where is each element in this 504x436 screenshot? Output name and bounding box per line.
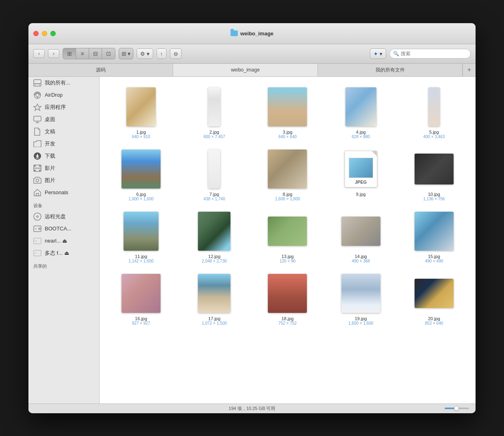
file-item[interactable]: 16.jpg 927 × 927 <box>106 270 176 329</box>
file-item[interactable]: 3.jpg 640 × 640 <box>252 83 322 142</box>
file-size: 853 × 640 <box>425 321 443 325</box>
sidebar-item-downloads[interactable]: 下载 <box>28 150 99 162</box>
file-size: 600 × 7,457 <box>204 134 225 139</box>
tag-button[interactable]: ⊖ <box>170 48 182 59</box>
slider-thumb[interactable] <box>454 406 459 411</box>
sidebar-item-pictures[interactable]: 图片 <box>28 174 99 187</box>
svg-marker-25 <box>34 189 41 196</box>
sidebar-item-my-all[interactable]: 我的所有... <box>28 77 99 89</box>
search-input[interactable] <box>401 51 467 56</box>
file-item[interactable]: 20.jpg 853 × 640 <box>399 270 469 329</box>
file-name: 4.jpg <box>356 130 366 134</box>
action-button[interactable]: ⚙▾ <box>137 48 153 59</box>
apps-icon <box>33 103 41 111</box>
thumbnail-container <box>188 273 241 314</box>
thumbnail-container <box>188 211 241 252</box>
doc-icon <box>33 128 41 136</box>
file-name: 7.jpg <box>209 192 219 197</box>
sidebar-item-development[interactable]: 开发 <box>28 138 99 150</box>
breadcrumb-tab-source[interactable]: 源码 <box>28 64 173 76</box>
file-item[interactable]: 12.jpg 2,048 × 2,730 <box>179 208 249 267</box>
file-item[interactable]: 6.jpg 1,600 × 1,600 <box>106 145 176 204</box>
file-item[interactable]: 4.jpg 628 × 880 <box>326 83 396 142</box>
hdd3-icon <box>33 237 41 245</box>
jpeg-file-icon: JPEG <box>345 151 377 187</box>
main-content: 我的所有... AirDrop <box>28 77 476 403</box>
file-item[interactable]: 8.jpg 1,600 × 1,600 <box>252 145 322 204</box>
sidebar-item-airdrop[interactable]: AirDrop <box>28 89 99 101</box>
file-item[interactable]: 15.jpg 490 × 490 <box>399 208 469 267</box>
sidebar-label: 开发 <box>45 140 55 148</box>
file-item[interactable]: 13.jpg 120 × 90 <box>252 208 322 267</box>
file-item[interactable]: 10.jpg 1,136 × 756 <box>399 145 469 204</box>
thumbnail-container <box>115 87 167 127</box>
file-item[interactable]: 2.jpg 600 × 7,457 <box>179 83 249 142</box>
svg-rect-1 <box>34 84 41 86</box>
svg-point-24 <box>36 179 39 182</box>
sidebar-item-desktop[interactable]: 桌面 <box>28 113 99 126</box>
breadcrumb-tab-current[interactable]: weibo_image <box>173 64 318 76</box>
hdd-icon <box>33 79 41 87</box>
hdd4-icon <box>33 249 41 257</box>
view-icon-button[interactable]: ⊞ <box>63 48 76 59</box>
forward-button[interactable]: › <box>48 49 59 58</box>
close-button[interactable] <box>33 31 39 36</box>
file-item[interactable]: 7.jpg 438 × 1,740 <box>179 145 249 204</box>
zoom-slider[interactable] <box>445 408 469 409</box>
sidebar-item-documents[interactable]: 文稿 <box>28 126 99 138</box>
file-size: 120 × 90 <box>280 259 295 263</box>
sidebar-item-applications[interactable]: 应用程序 <box>28 101 99 113</box>
sidebar: 我的所有... AirDrop <box>28 77 100 403</box>
file-item[interactable]: 11.jpg 1,142 × 1,600 <box>106 208 176 267</box>
back-button[interactable]: ‹ <box>33 49 45 58</box>
dropbox-button[interactable]: ✦▾ <box>370 48 386 59</box>
file-item[interactable]: JPEG 9.jpg <box>326 145 396 204</box>
file-item[interactable]: 17.jpg 1,072 × 1,500 <box>179 270 249 329</box>
sidebar-label: 图片 <box>45 177 55 184</box>
thumbnail-container <box>335 211 387 252</box>
sidebar-item-bootcamp[interactable]: BOOTCA... <box>28 223 99 235</box>
file-item[interactable]: 14.jpg 490 × 368 <box>326 208 396 267</box>
view-list-button[interactable]: ≡ <box>76 48 89 59</box>
view-column-button[interactable]: ⊟ <box>89 48 102 59</box>
thumbnail-container <box>261 87 314 127</box>
svg-point-27 <box>34 213 41 220</box>
minimize-button[interactable] <box>42 31 47 36</box>
slider-fill <box>445 408 454 409</box>
file-item[interactable]: 5.jpg 400 × 3,463 <box>399 83 469 142</box>
file-name: 6.jpg <box>136 192 146 197</box>
sidebar-label: 远程光盘 <box>45 213 66 220</box>
sidebar-item-personals[interactable]: Personals <box>28 187 99 199</box>
sidebar-item-movies[interactable]: 影片 <box>28 162 99 174</box>
breadcrumb-tab-all[interactable]: 我的所有文件 <box>318 64 463 76</box>
svg-rect-34 <box>34 250 41 256</box>
shared-section-title: 共享的 <box>28 259 99 271</box>
sidebar-item-nearlock[interactable]: nearl... ⏏ <box>28 235 99 247</box>
file-size: 1,600 × 1,600 <box>275 197 300 201</box>
view-cover-button[interactable]: ⊡ <box>102 48 115 59</box>
statusbar: 194 项，10.25 GB 可用 <box>28 403 476 413</box>
maximize-button[interactable] <box>50 31 56 36</box>
file-name: 9.jpg <box>356 192 366 197</box>
file-item[interactable]: 19.jpg 1,600 × 1,600 <box>326 270 396 329</box>
camera-icon <box>33 176 41 184</box>
optical-disk-icon <box>33 213 41 221</box>
file-name: 19.jpg <box>355 316 367 321</box>
folder-icon <box>230 30 238 36</box>
svg-rect-19 <box>39 165 41 167</box>
sidebar-item-multistate[interactable]: 多态 f... ⏏ <box>28 247 99 259</box>
file-name: 17.jpg <box>208 316 220 321</box>
thumbnail-container <box>188 87 241 127</box>
file-name: 3.jpg <box>283 130 293 134</box>
share-button[interactable]: ↑ <box>156 48 167 59</box>
svg-marker-7 <box>34 104 41 111</box>
folder-icon <box>33 140 41 148</box>
svg-point-31 <box>39 228 40 230</box>
file-item[interactable]: 1.jpg 640 × 910 <box>106 83 176 142</box>
search-box[interactable]: 🔍 <box>389 49 471 59</box>
add-column-button[interactable]: + <box>463 63 476 76</box>
file-item[interactable]: 18.jpg 752 × 752 <box>252 270 322 329</box>
view-extra-button[interactable]: ⊞ ▾ <box>119 48 133 59</box>
sidebar-item-remote-disk[interactable]: 远程光盘 <box>28 210 99 223</box>
traffic-lights <box>33 31 56 36</box>
